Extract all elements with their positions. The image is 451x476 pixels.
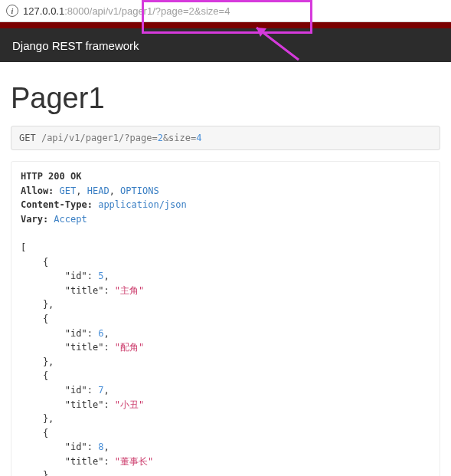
request-path: /api/v1/pager1/?page=2&size=4 xyxy=(41,133,202,143)
url-port: :8000 xyxy=(64,5,90,17)
response-box: HTTP 200 OK Allow: GET, HEAD, OPTIONS Co… xyxy=(11,161,440,476)
url-path-hl: pager1/?page= xyxy=(122,5,189,17)
arrow-annotation-icon xyxy=(245,21,306,64)
vary-header: Vary: Accept xyxy=(21,212,430,227)
info-icon: i xyxy=(6,5,18,17)
url-host: 127.0.0.1 xyxy=(23,5,64,17)
content-area: Pager1 GET /api/v1/pager1/?page=2&size=4… xyxy=(0,62,451,476)
json-body: [ { "id": 5, "title": "主角" }, { "id": 6,… xyxy=(21,226,430,476)
url-path-prefix: /api/v1/ xyxy=(90,5,122,17)
brand-link[interactable]: Django REST framework xyxy=(12,39,139,52)
url-page-num: 2 xyxy=(189,5,194,17)
url-size-num: 4 xyxy=(224,5,230,17)
chrome-border xyxy=(0,22,451,28)
url-mid: &size= xyxy=(194,5,224,17)
drf-header: Django REST framework xyxy=(0,28,451,62)
request-box: GET /api/v1/pager1/?page=2&size=4 xyxy=(11,126,440,150)
browser-address-bar[interactable]: i 127.0.0.1:8000/api/v1/pager1/?page=2&s… xyxy=(0,0,451,22)
request-method: GET xyxy=(19,133,36,143)
ctype-header: Content-Type: application/json xyxy=(21,198,430,212)
page-title: Pager1 xyxy=(11,82,440,115)
allow-header: Allow: GET, HEAD, OPTIONS xyxy=(21,184,430,199)
status-line: HTTP 200 OK xyxy=(21,169,430,184)
url-text: 127.0.0.1:8000/api/v1/pager1/?page=2&siz… xyxy=(23,5,230,17)
